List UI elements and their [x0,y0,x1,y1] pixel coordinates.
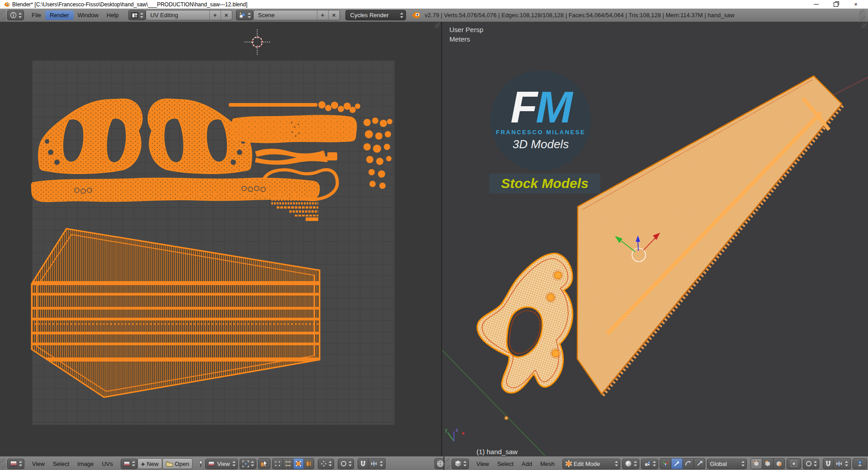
sticky-selection-dropdown[interactable] [318,459,334,469]
uv-menu-image[interactable]: Image [73,461,98,467]
transform-orientation-dropdown[interactable]: Global [707,459,747,469]
uv-select-edge-button[interactable] [283,458,293,469]
screen-layout-name[interactable]: UV Editing [146,10,209,20]
uv-export-button[interactable] [434,458,444,469]
header-grip[interactable] [0,458,5,469]
updown-arrows-icon [348,461,352,467]
v3d-menu-mesh[interactable]: Mesh [536,461,559,467]
screen-layout-field[interactable]: UV Editing + × [146,10,232,20]
updown-arrows-icon [250,461,255,467]
manipulator-axes-icon [662,460,669,467]
magnet-icon [360,461,366,467]
menu-render[interactable]: Render [45,10,74,20]
render-engine-dropdown[interactable]: Cycles Render [345,10,406,20]
pin-button[interactable] [196,458,205,469]
uv-menu-uvs[interactable]: UVs [98,461,117,467]
stock-models-badge: Stock Models [489,174,600,193]
uv-editor-type-dropdown[interactable] [7,459,24,469]
menu-file[interactable]: File [28,12,45,19]
uv-proportional-edit-dropdown[interactable] [338,459,354,469]
uv-snap-toggle-button[interactable] [358,458,368,469]
close-button[interactable]: × [853,2,859,7]
edit-mode-icon [565,460,572,467]
interaction-mode-dropdown[interactable]: Edit Mode [562,459,620,469]
uv-select-face-button[interactable] [293,458,304,469]
menu-help[interactable]: Help [103,12,123,19]
updown-arrows-icon [140,12,144,19]
edge-select-mode-button[interactable] [762,458,774,469]
snap-increment-icon [370,461,377,467]
uv-snap-group [358,458,386,469]
edge-select-icon [285,461,291,467]
menu-window[interactable]: Window [74,12,103,19]
header-grip-right[interactable] [859,10,865,21]
uv-editor-header: View Select Image UVs + New Open [0,456,444,470]
scale-manipulator-button[interactable] [694,458,705,469]
mesh-select-mode-group [750,458,785,469]
scene-name[interactable]: Scene [254,10,317,20]
screen-layout-type-dropdown[interactable] [128,10,146,20]
rotate-manipulator-button[interactable] [683,458,694,469]
region-corner-grip[interactable] [862,23,867,28]
vertex-select-mode-button[interactable] [750,458,762,469]
render-engine-value: Cycles Render [350,12,389,19]
restore-button[interactable] [833,2,839,7]
scene-field[interactable]: Scene + × [253,10,340,20]
snap-target-button[interactable] [853,458,867,469]
updown-arrows-icon [463,461,467,467]
v3d-snap-element-dropdown[interactable] [834,458,851,469]
scale-icon [696,460,703,467]
scene-type-dropdown[interactable] [236,10,253,20]
image-icon [123,461,130,467]
workspace: y z FM FRANCESCO MILANESE 3D Models Stoc… [0,22,868,456]
mini-axis-gizmo: y z [445,428,465,441]
limit-to-visible-button[interactable] [787,458,801,469]
v3d-menu-add[interactable]: Add [518,461,536,467]
fm-tagline: 3D Models [513,137,569,151]
uv-menu-view[interactable]: View [28,461,49,467]
minimize-button[interactable] [813,2,819,7]
updown-arrows-icon [19,461,23,467]
v3d-snap-toggle-button[interactable] [823,458,834,469]
uv-sync-selection-button[interactable] [258,458,270,469]
viewport-shading-dropdown[interactable] [622,459,639,469]
updown-arrows-icon [741,461,745,467]
fm-initials: FM [510,87,571,127]
manipulator-toggle-button[interactable] [660,458,671,469]
manipulator-group [660,458,705,469]
blender-logo-icon [4,2,10,7]
new-image-button[interactable]: + New [137,458,162,469]
image-icon [208,461,215,467]
delete-layout-button[interactable]: × [221,10,232,20]
window-titlebar: Blender* [C:\Users\Francesco-Fisso\Deskt… [0,0,868,9]
uv-select-vertex-button[interactable] [272,458,283,469]
folder-icon [166,461,173,467]
translate-arrow-icon [673,460,680,467]
face-select-mode-button[interactable] [774,458,785,469]
editor-type-info-dropdown[interactable] [7,10,24,20]
delete-scene-button[interactable]: × [328,10,340,20]
v3d-menu-select[interactable]: Select [493,461,518,467]
pivot-point-dropdown[interactable] [641,459,658,469]
uv-pivot-dropdown[interactable] [240,459,256,469]
header-grip[interactable] [0,10,5,21]
v3d-menu-view[interactable]: View [472,461,493,467]
updown-arrows-icon [614,461,618,467]
image-datablock-dropdown[interactable] [121,459,137,469]
uv-image-editor[interactable] [0,22,442,456]
add-scene-button[interactable]: + [317,10,328,20]
updown-arrows-icon [247,12,251,19]
uv-menu-select[interactable]: Select [49,461,73,467]
uv-display-mode-dropdown[interactable]: View [205,459,238,469]
uv-select-island-button[interactable] [304,458,314,469]
add-layout-button[interactable]: + [209,10,221,20]
info-header: File Render Window Help UV Editing + × S… [0,9,868,22]
translate-manipulator-button[interactable] [671,458,683,469]
uv-snap-element-dropdown[interactable] [368,458,386,469]
header-grip[interactable] [444,458,450,469]
view3d-editor-type-dropdown[interactable] [452,459,469,469]
globe-icon [437,460,444,467]
v3d-proportional-edit-dropdown[interactable] [803,459,819,469]
viewport-3d[interactable]: y z FM FRANCESCO MILANESE 3D Models Stoc… [442,22,868,456]
open-image-button[interactable]: Open [162,458,193,469]
